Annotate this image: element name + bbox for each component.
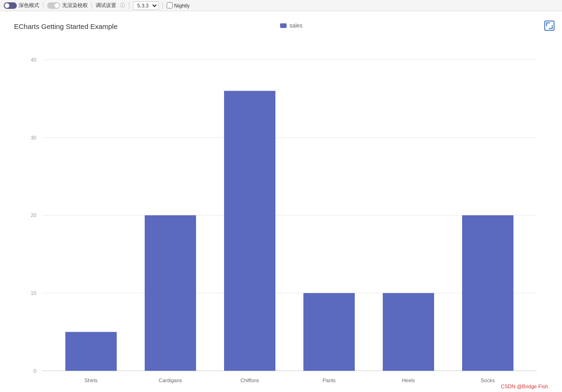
debug-info-icon: ⓘ [120, 2, 125, 9]
xlabel-pants: Pants [323, 378, 336, 383]
legend-label: sales [289, 22, 302, 29]
ylabel-40: 40 [31, 57, 36, 63]
chart-container: ECharts Getting Started Example sales 40… [0, 11, 562, 392]
bar-socks [462, 215, 513, 371]
version-select[interactable]: 5.3.3 [133, 1, 159, 10]
chart-legend: sales [280, 22, 302, 29]
xlabel-heels: Heels [402, 378, 415, 383]
bar-chart: 40 30 20 10 0 Shirts Cardigans Chiffons [14, 37, 546, 385]
bar-pants [303, 293, 355, 371]
debug-label: 调试设置 [96, 2, 116, 9]
watermark: CSDN @Bridge Fish [501, 384, 548, 389]
dark-mode-toggle[interactable]: 深色模式 [4, 2, 39, 9]
bar-heels [383, 293, 434, 371]
xlabel-shirts: Shirts [84, 378, 98, 383]
dark-mode-label: 深色模式 [19, 2, 39, 9]
bar-shirts [65, 332, 117, 371]
fullscreen-button[interactable] [544, 21, 555, 31]
chart-title: ECharts Getting Started Example [14, 22, 118, 30]
toolbar: 深色模式 无渲染校权 调试设置 ⓘ 5.3.3 Nightly [0, 0, 562, 11]
xlabel-chiffons: Chiffons [240, 378, 260, 383]
ylabel-30: 30 [31, 135, 36, 140]
ylabel-20: 20 [31, 212, 36, 218]
no-rendering-toggle[interactable]: 无渲染校权 [47, 2, 88, 9]
legend-color-dot [280, 23, 287, 28]
bar-chiffons [224, 91, 275, 371]
nightly-check[interactable] [167, 2, 173, 8]
no-rendering-switch[interactable] [47, 2, 60, 9]
bar-cardigans [145, 215, 196, 371]
ylabel-0: 0 [34, 368, 36, 374]
xlabel-socks: Socks [481, 378, 495, 383]
no-rendering-label: 无渲染校权 [62, 2, 88, 9]
ylabel-10: 10 [31, 290, 36, 296]
nightly-label: Nightly [174, 3, 190, 8]
dark-mode-switch[interactable] [4, 2, 17, 9]
xlabel-cardigans: Cardigans [159, 378, 183, 383]
nightly-checkbox[interactable]: Nightly [167, 2, 190, 8]
